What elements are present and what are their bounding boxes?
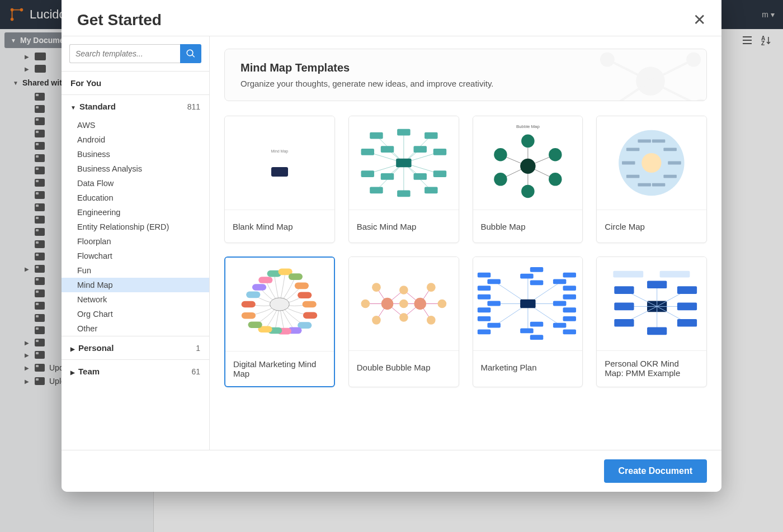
- svg-rect-38: [370, 187, 383, 194]
- svg-rect-127: [563, 273, 576, 278]
- category-item[interactable]: Flowchart: [62, 249, 209, 263]
- section-count: 811: [187, 102, 200, 111]
- svg-rect-33: [424, 132, 437, 139]
- template-card[interactable]: Double Bubble Map: [348, 256, 459, 387]
- template-preview: [225, 258, 334, 352]
- template-label: Marketing Plan: [473, 351, 583, 383]
- svg-rect-70: [652, 139, 665, 142]
- svg-point-113: [414, 298, 426, 310]
- svg-rect-81: [242, 301, 256, 308]
- svg-rect-45: [396, 159, 411, 168]
- svg-rect-136: [553, 323, 565, 328]
- category-item[interactable]: AWS: [62, 118, 209, 132]
- search-button[interactable]: [180, 44, 201, 63]
- close-icon[interactable]: ✕: [693, 12, 706, 28]
- svg-rect-67: [622, 162, 635, 165]
- svg-point-104: [372, 283, 381, 292]
- svg-rect-73: [303, 312, 317, 319]
- template-preview: [349, 116, 459, 210]
- template-label: Personal OKR Mind Map: PMM Example: [597, 351, 706, 386]
- svg-rect-84: [258, 277, 272, 283]
- template-card[interactable]: Marketing Plan: [473, 256, 583, 387]
- category-item[interactable]: Other: [62, 321, 209, 336]
- svg-rect-41: [381, 146, 394, 153]
- section-team[interactable]: ▶Team61: [62, 359, 209, 383]
- svg-rect-124: [487, 323, 500, 328]
- search-input[interactable]: [69, 44, 180, 63]
- svg-rect-151: [615, 286, 634, 294]
- template-preview: Mind Map: [225, 116, 334, 210]
- svg-rect-147: [614, 271, 644, 278]
- category-item[interactable]: Mind Map: [62, 278, 209, 292]
- svg-rect-82: [246, 292, 260, 298]
- svg-rect-133: [563, 307, 576, 312]
- svg-rect-69: [638, 139, 651, 142]
- search-icon: [186, 49, 196, 59]
- svg-rect-63: [664, 175, 677, 178]
- svg-point-57: [494, 173, 507, 186]
- svg-point-112: [381, 298, 393, 310]
- svg-rect-40: [424, 187, 437, 194]
- svg-rect-79: [248, 321, 262, 328]
- svg-rect-35: [433, 149, 446, 155]
- category-item[interactable]: Fun: [62, 263, 209, 278]
- category-item[interactable]: Network: [62, 292, 209, 307]
- category-item[interactable]: Floorplan: [62, 234, 209, 249]
- svg-rect-148: [660, 271, 690, 278]
- template-card[interactable]: Personal OKR Mind Map: PMM Example: [596, 256, 707, 387]
- template-card[interactable]: Digital Marketing Mind Map: [224, 256, 335, 387]
- svg-point-108: [427, 316, 436, 325]
- category-item[interactable]: Data Flow: [62, 176, 209, 191]
- svg-point-110: [399, 300, 408, 308]
- svg-rect-117: [477, 286, 490, 291]
- svg-rect-31: [370, 132, 383, 139]
- svg-rect-137: [563, 330, 576, 335]
- template-preview: Bubble Map: [473, 116, 583, 210]
- category-item[interactable]: Entity Relationship (ERD): [62, 220, 209, 234]
- caret-down-icon: ▼: [70, 104, 76, 111]
- template-card[interactable]: Mind Map Blank Mind Map: [224, 116, 335, 243]
- template-card[interactable]: Bubble MapBubble Map: [473, 116, 583, 243]
- svg-point-111: [399, 313, 408, 322]
- template-card[interactable]: Basic Mind Map: [348, 116, 459, 243]
- svg-rect-129: [563, 286, 576, 291]
- templates-content: Mind Map Templates Organize your thought…: [210, 36, 721, 450]
- svg-rect-157: [677, 286, 697, 294]
- section-personal[interactable]: ▶Personal1: [62, 336, 209, 359]
- category-item[interactable]: Org Chart: [62, 307, 209, 321]
- category-item[interactable]: Android: [62, 132, 209, 147]
- svg-rect-119: [477, 294, 490, 300]
- svg-rect-146: [520, 300, 535, 308]
- svg-rect-123: [477, 316, 490, 321]
- caret-right-icon: ▶: [70, 369, 75, 376]
- template-card[interactable]: Circle Map: [596, 116, 707, 243]
- svg-point-59: [520, 159, 535, 174]
- template-label: Double Bubble Map: [349, 351, 459, 383]
- svg-rect-144: [520, 329, 533, 334]
- svg-rect-83: [252, 284, 266, 291]
- section-standard[interactable]: ▼Standard811: [62, 94, 209, 118]
- template-preview: [597, 116, 706, 210]
- section-for-you[interactable]: For You: [62, 71, 209, 94]
- svg-rect-135: [563, 316, 576, 321]
- svg-rect-89: [298, 292, 312, 298]
- template-label: Bubble Map: [473, 210, 583, 243]
- svg-rect-139: [530, 267, 543, 272]
- svg-rect-71: [664, 148, 677, 151]
- modal-title: Get Started: [77, 11, 162, 29]
- svg-rect-62: [668, 162, 681, 165]
- category-item[interactable]: Education: [62, 191, 209, 205]
- category-item[interactable]: Business: [62, 147, 209, 162]
- category-item[interactable]: Business Analysis: [62, 162, 209, 176]
- category-item[interactable]: Engineering: [62, 205, 209, 220]
- svg-point-103: [361, 300, 370, 308]
- svg-rect-121: [477, 307, 490, 312]
- create-document-button[interactable]: Create Document: [604, 459, 707, 483]
- template-label: Digital Marketing Mind Map: [225, 352, 334, 386]
- svg-rect-125: [477, 330, 490, 335]
- svg-rect-163: [647, 281, 667, 288]
- template-label: Blank Mind Map: [225, 210, 334, 243]
- section-count: 61: [191, 367, 200, 376]
- svg-point-61: [642, 153, 662, 173]
- svg-rect-143: [530, 322, 543, 327]
